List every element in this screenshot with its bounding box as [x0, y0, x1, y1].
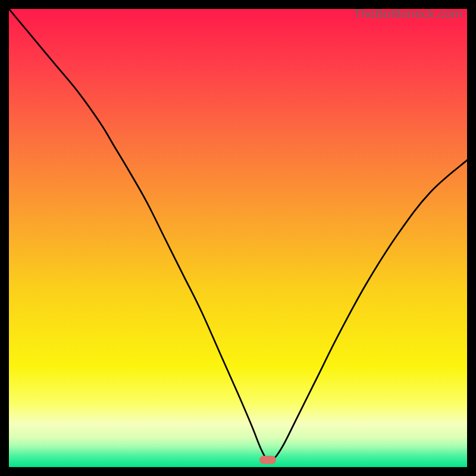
minimum-marker: [259, 456, 276, 464]
bottleneck-curve: [9, 9, 467, 467]
watermark-text: TheBottleneck.com: [353, 7, 462, 21]
chart-frame: TheBottleneck.com: [9, 9, 467, 467]
plot-area: [9, 9, 467, 467]
curve-path: [9, 9, 467, 461]
